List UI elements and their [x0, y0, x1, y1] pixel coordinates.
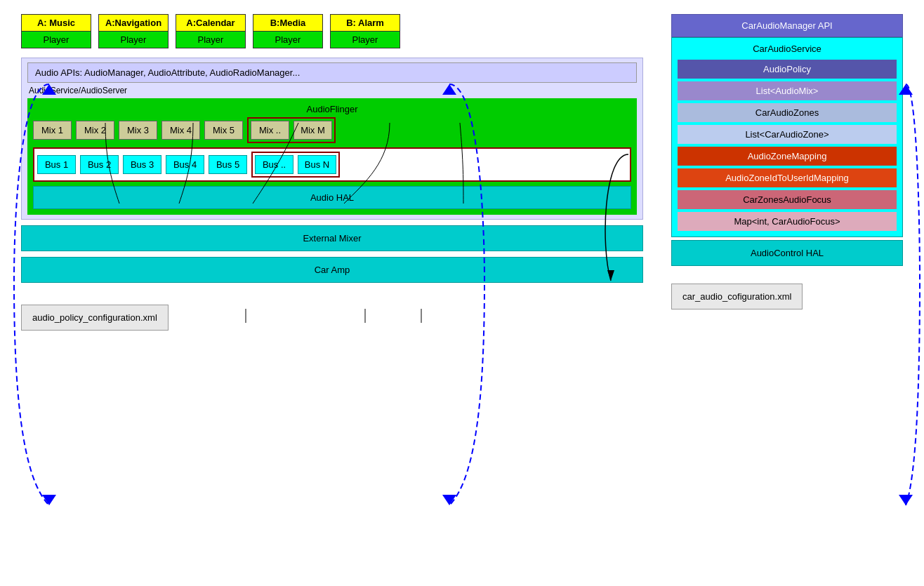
app-row: A: Music Player A:Navigation Player A:Ca…	[21, 14, 643, 48]
bus-container: Bus 1 Bus 2 Bus 3 Bus 4 Bus 5 Bus .. Bus…	[33, 147, 631, 182]
api-layer: Audio APIs: AudioManager, AudioAttribute…	[27, 62, 637, 83]
layer-list-caraudiozone: List<CarAudioZone>	[678, 125, 897, 144]
audio-hal: Audio HAL	[33, 186, 631, 209]
mix-box-4: Mix 4	[161, 121, 200, 140]
left-panel: A: Music Player A:Navigation Player A:Ca…	[21, 14, 643, 572]
car-audio-api: CarAudioManager API	[671, 14, 903, 37]
layer-audiozone-mapping: AudioZoneMapping	[678, 147, 897, 166]
app-music-player: Player	[22, 32, 91, 48]
mix-box-3: Mix 3	[119, 121, 157, 140]
right-xml-box: car_audio_cofiguration.xml	[671, 284, 803, 309]
audioservice-label: AudioService/AudioServer	[27, 83, 637, 98]
layer-map-caraudiofocus: Map<int, CarAudioFocus>	[678, 212, 897, 231]
layer-audio-policy: AudioPolicy	[678, 60, 897, 79]
bus-box-2: Bus 2	[80, 155, 119, 174]
bus-box-1: Bus 1	[37, 155, 76, 174]
audioflinger-container: AudioFlinger Mix 1 Mix 2 Mix 3 Mix 4 Mix…	[27, 98, 637, 215]
app-box-media: B:Media Player	[253, 14, 323, 48]
car-audio-service-label: CarAudioService	[678, 44, 897, 54]
bus-box-n: Bus N	[298, 155, 336, 174]
app-alarm-player: Player	[331, 32, 400, 48]
layer-list-audiomix: List<AudioMix>	[678, 81, 897, 100]
app-box-navigation: A:Navigation Player	[98, 14, 169, 48]
layer-carzones-audiofocus: CarZonesAudioFocus	[678, 190, 897, 209]
mix-box-dots: Mix ..	[251, 121, 289, 140]
app-box-calendar: A:Calendar Player	[176, 14, 246, 48]
app-media-player: Player	[253, 32, 322, 48]
bus-red-group: Bus .. Bus N	[251, 152, 340, 178]
bus-box-4: Bus 4	[166, 155, 204, 174]
bus-row: Bus 1 Bus 2 Bus 3 Bus 4 Bus 5 Bus .. Bus…	[37, 152, 627, 178]
car-audio-service-container: CarAudioService AudioPolicy List<AudioMi…	[671, 37, 903, 237]
right-panel: CarAudioManager API CarAudioService Audi…	[671, 14, 903, 572]
layer-audiozone-id-mapping: AudioZoneIdToUserIdMapping	[678, 168, 897, 187]
audio-control-hal: AudioControl HAL	[671, 240, 903, 266]
audioflinger-label: AudioFlinger	[33, 104, 631, 114]
app-box-alarm: B: Alarm Player	[330, 14, 400, 48]
mix-box-1: Mix 1	[33, 121, 72, 140]
bus-box-dots: Bus ..	[255, 155, 293, 174]
app-navigation-title: A:Navigation	[99, 15, 168, 32]
car-amp: Car Amp	[21, 257, 643, 283]
app-navigation-player: Player	[99, 32, 168, 48]
layer-caraudiozones: CarAudioZones	[678, 103, 897, 122]
app-alarm-title: B: Alarm	[331, 15, 400, 32]
mix-box-2: Mix 2	[76, 121, 114, 140]
mix-box-5: Mix 5	[204, 121, 243, 140]
bus-box-5: Bus 5	[209, 155, 247, 174]
app-calendar-player: Player	[176, 32, 245, 48]
app-box-music: A: Music Player	[21, 14, 91, 48]
audioservice-wrapper: Audio APIs: AudioManager, AudioAttribute…	[21, 58, 643, 220]
mix-box-m: Mix M	[293, 121, 332, 140]
app-media-title: B:Media	[253, 15, 322, 32]
app-music-title: A: Music	[22, 15, 91, 32]
left-xml-box: audio_policy_configuration.xml	[21, 305, 169, 331]
mix-red-group: Mix .. Mix M	[247, 117, 336, 143]
external-mixer: External Mixer	[21, 225, 643, 251]
app-calendar-title: A:Calendar	[176, 15, 245, 32]
bus-box-3: Bus 3	[123, 155, 161, 174]
